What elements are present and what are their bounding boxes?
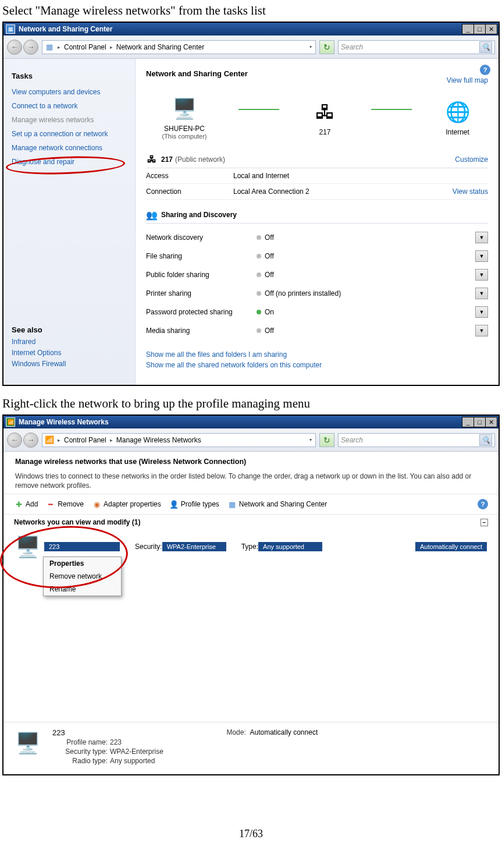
map-node2-label: 217 bbox=[311, 128, 340, 136]
network-footer-icon: 🖥️ bbox=[12, 728, 44, 757]
breadcrumb-current[interactable]: Network and Sharing Center bbox=[116, 43, 204, 51]
map-link-2 bbox=[371, 109, 412, 110]
window2-titlebar: 📶 Manage Wireless Networks _ □ ✕ bbox=[3, 416, 499, 428]
breadcrumb-control-panel[interactable]: Control Panel bbox=[64, 436, 106, 444]
network-type: (Public network) bbox=[175, 155, 225, 164]
refresh-button[interactable]: ↻ bbox=[319, 40, 334, 54]
expand-button[interactable]: ▼ bbox=[475, 325, 488, 336]
profile-name-label: Profile name: bbox=[52, 738, 108, 746]
task-view-computers[interactable]: View computers and devices bbox=[12, 88, 127, 96]
main-pane: ? Network and Sharing Center View full m… bbox=[136, 59, 499, 385]
footer-mode: Mode: Automatically connect bbox=[218, 728, 318, 766]
sd-k: Public folder sharing bbox=[146, 271, 257, 279]
maximize-button[interactable]: □ bbox=[473, 417, 486, 427]
expand-button[interactable]: ▼ bbox=[475, 288, 488, 299]
see-also-heading: See also bbox=[12, 325, 127, 334]
footlink-shared-folders[interactable]: Show me all the shared network folders o… bbox=[146, 361, 488, 369]
context-rename[interactable]: Rename bbox=[44, 583, 121, 596]
minimize-button[interactable]: _ bbox=[462, 24, 474, 34]
status-dot-icon bbox=[257, 254, 261, 258]
close-button[interactable]: ✕ bbox=[485, 417, 497, 427]
window-network-sharing: ▦ Network and Sharing Center _ □ ✕ ← → ▦… bbox=[2, 22, 500, 386]
wireless-app-icon: 📶 bbox=[6, 417, 15, 427]
tasks-pane: Tasks View computers and devices Connect… bbox=[3, 59, 136, 385]
help-icon[interactable]: ? bbox=[480, 65, 490, 75]
see-also-infrared[interactable]: Infrared bbox=[12, 338, 127, 346]
view-full-map-link[interactable]: View full map bbox=[447, 76, 488, 84]
task-connect-network[interactable]: Connect to a network bbox=[12, 102, 127, 110]
search-icon[interactable]: 🔍 bbox=[479, 434, 492, 446]
chevron-down-icon[interactable]: ▾ bbox=[309, 44, 313, 49]
context-properties[interactable]: Properties bbox=[44, 557, 121, 570]
expand-button[interactable]: ▼ bbox=[475, 269, 488, 281]
search-input[interactable]: Search 🔍 bbox=[338, 40, 495, 54]
access-row: Access Local and Internet bbox=[146, 168, 488, 184]
forward-button[interactable]: → bbox=[23, 40, 38, 55]
map-link-1 bbox=[238, 109, 279, 110]
chevron-down-icon[interactable]: ▾ bbox=[309, 437, 313, 442]
type-chip: Any supported bbox=[258, 542, 322, 551]
refresh-button[interactable]: ↻ bbox=[319, 433, 334, 447]
network-name: 217 bbox=[161, 155, 173, 164]
task-diagnose-repair[interactable]: Diagnose and repair bbox=[12, 158, 127, 166]
search-placeholder: Search bbox=[341, 43, 479, 51]
footer-links: Show me all the files and folders I am s… bbox=[146, 350, 488, 369]
expand-button[interactable]: ▼ bbox=[475, 232, 488, 243]
minimize-button[interactable]: _ bbox=[462, 417, 474, 427]
collapse-button[interactable]: − bbox=[480, 519, 488, 526]
sharing-center-button[interactable]: ▦ Network and Sharing Center bbox=[227, 499, 327, 509]
status-dot-icon bbox=[257, 328, 261, 333]
add-button[interactable]: ✚ Add bbox=[14, 499, 38, 509]
type-label: Type: bbox=[241, 543, 258, 551]
remove-button[interactable]: ━ Remove bbox=[46, 499, 84, 509]
status-dot-icon bbox=[257, 291, 261, 296]
task-setup-connection[interactable]: Set up a connection or network bbox=[12, 130, 127, 138]
expand-button[interactable]: ▼ bbox=[475, 306, 488, 318]
help-icon[interactable]: ? bbox=[478, 499, 488, 509]
address-bar[interactable]: ▦ ▸ Control Panel ▸ Network and Sharing … bbox=[42, 40, 316, 54]
footlink-files-sharing[interactable]: Show me all the files and folders I am s… bbox=[146, 350, 488, 359]
address-bar[interactable]: 📶 ▸ Control Panel ▸ Manage Wireless Netw… bbox=[42, 433, 316, 447]
main-title: Network and Sharing Center bbox=[146, 69, 488, 78]
back-button[interactable]: ← bbox=[7, 433, 22, 448]
close-button[interactable]: ✕ bbox=[485, 24, 497, 34]
see-also-section: See also Infrared Internet Options Windo… bbox=[12, 325, 127, 377]
profile-types-button[interactable]: 👤 Profile types bbox=[169, 499, 219, 509]
breadcrumb-current[interactable]: Manage Wireless Networks bbox=[116, 436, 201, 444]
view-status-link[interactable]: View status bbox=[453, 187, 488, 196]
see-also-internet-options[interactable]: Internet Options bbox=[12, 349, 127, 357]
status-dot-icon bbox=[257, 235, 261, 240]
network-map: 🖥️ SHUFEN-PC (This computer) 🖧 217 🌐 Int… bbox=[146, 95, 488, 140]
task-manage-connections[interactable]: Manage network connections bbox=[12, 144, 127, 152]
breadcrumb-control-panel[interactable]: Control Panel bbox=[64, 43, 106, 51]
window1-titlebar: ▦ Network and Sharing Center _ □ ✕ bbox=[3, 23, 499, 36]
add-label: Add bbox=[26, 500, 38, 508]
maximize-button[interactable]: □ bbox=[473, 24, 486, 34]
search-input[interactable]: Search 🔍 bbox=[338, 433, 495, 447]
profile-label: Profile types bbox=[181, 500, 219, 508]
network-details-footer: 🖥️ 223 Profile name: 223 Security type: … bbox=[3, 722, 499, 774]
instruction-text-1: Select "Manage wireless networks" from t… bbox=[2, 3, 500, 18]
sd-v: On bbox=[265, 308, 274, 316]
adapter-properties-button[interactable]: ◉ Adapter properties bbox=[92, 499, 161, 509]
chevron-right-icon: ▸ bbox=[110, 44, 113, 50]
back-button[interactable]: ← bbox=[7, 40, 22, 55]
see-also-windows-firewall[interactable]: Windows Firewall bbox=[12, 360, 127, 368]
expand-button[interactable]: ▼ bbox=[475, 250, 488, 262]
map-node3-label: Internet bbox=[443, 128, 472, 136]
network-name-chip: 223 bbox=[44, 542, 120, 551]
search-icon[interactable]: 🔍 bbox=[479, 41, 492, 53]
window1-title: Network and Sharing Center bbox=[19, 25, 462, 33]
forward-button[interactable]: → bbox=[23, 433, 38, 448]
customize-link[interactable]: Customize bbox=[455, 155, 488, 164]
center-label: Network and Sharing Center bbox=[239, 500, 327, 508]
instruction-text-2: Right-click the network to bring up the … bbox=[2, 396, 500, 411]
map-node-router: 🖧 217 bbox=[311, 99, 340, 136]
connection-label: Connection bbox=[146, 187, 233, 196]
map-node1-sub: (This computer) bbox=[162, 133, 207, 140]
task-manage-wireless[interactable]: Manage wireless networks bbox=[12, 116, 127, 124]
radio-type-label: Radio type: bbox=[52, 757, 108, 765]
sd-header: 👥 Sharing and Discovery bbox=[146, 207, 488, 224]
context-remove[interactable]: Remove network bbox=[44, 570, 121, 583]
profile-icon: 👤 bbox=[169, 499, 179, 509]
